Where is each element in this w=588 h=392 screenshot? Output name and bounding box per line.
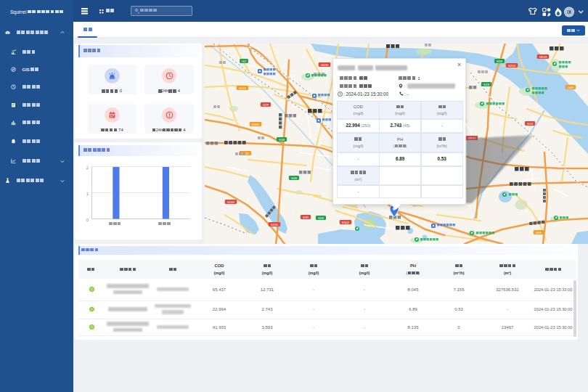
svg-text:2: 2 — [86, 166, 89, 170]
svg-text:0: 0 — [86, 218, 89, 222]
svg-text:1: 1 — [86, 192, 89, 196]
